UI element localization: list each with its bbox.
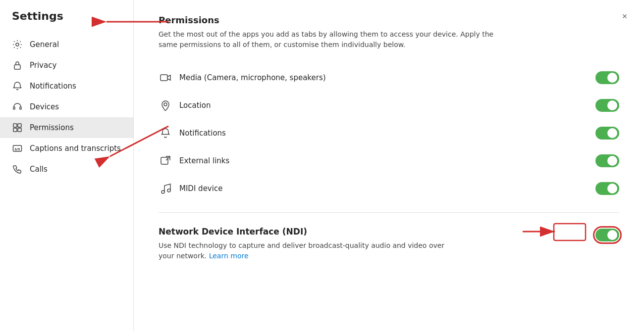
sidebar-item-label: Devices	[30, 102, 59, 111]
ndi-description: Use NDI technology to capture and delive…	[159, 240, 456, 261]
sidebar-item-general[interactable]: General	[0, 34, 133, 55]
toggle-media[interactable]	[595, 71, 619, 84]
svg-rect-3	[20, 107, 21, 109]
sidebar-item-privacy[interactable]: Privacy	[0, 55, 133, 76]
sidebar-item-label: General	[30, 40, 59, 49]
permission-row-location: Location	[159, 92, 619, 119]
toggle-notifications[interactable]	[595, 127, 619, 140]
permission-label-notifications: Notifications	[179, 129, 595, 138]
settings-title: Settings	[0, 10, 133, 34]
svg-point-10	[164, 103, 167, 106]
sidebar-item-label: Notifications	[30, 82, 76, 91]
svg-point-12	[161, 190, 164, 193]
sidebar-item-notifications[interactable]: Notifications	[0, 76, 133, 96]
external-icon	[159, 154, 172, 168]
svg-rect-2	[13, 107, 15, 109]
sidebar-item-permissions[interactable]: Permissions	[0, 117, 133, 138]
sidebar-item-label: Captions and transcripts	[30, 144, 121, 153]
headset-icon	[12, 101, 23, 112]
toggle-midi[interactable]	[595, 182, 619, 195]
sidebar-item-calls[interactable]: Calls	[0, 159, 133, 180]
svg-point-0	[16, 43, 19, 46]
gear-icon	[12, 39, 23, 50]
ndi-title: Network Device Interface (NDI)	[159, 227, 586, 236]
svg-rect-1	[14, 65, 20, 69]
permission-row-external: External links	[159, 147, 619, 175]
permission-label-media: Media (Camera, microphone, speakers)	[179, 73, 595, 82]
close-button[interactable]: ×	[617, 9, 632, 24]
sidebar-item-label: Privacy	[30, 61, 56, 70]
bell-perm-icon	[159, 126, 172, 140]
permission-label-location: Location	[179, 101, 595, 110]
ndi-learn-more-link[interactable]: Learn more	[209, 252, 249, 260]
grid-icon	[12, 122, 23, 133]
settings-dialog: × Settings General Privacy	[0, 0, 644, 331]
permission-label-midi: MIDI device	[179, 184, 595, 193]
sidebar-item-devices[interactable]: Devices	[0, 96, 133, 117]
cc-icon	[12, 143, 23, 154]
ndi-text-block: Network Device Interface (NDI) Use NDI t…	[159, 227, 586, 261]
svg-rect-7	[18, 128, 21, 132]
camera-icon	[159, 71, 172, 85]
toggle-external[interactable]	[595, 154, 619, 167]
toggle-location[interactable]	[595, 99, 619, 112]
sidebar-item-captions[interactable]: Captions and transcripts	[0, 138, 133, 159]
lock-icon	[12, 60, 23, 71]
sidebar-item-label: Calls	[30, 165, 48, 174]
phone-icon	[12, 164, 23, 175]
section-title: Permissions	[159, 15, 619, 25]
section-divider	[159, 212, 619, 213]
svg-rect-4	[13, 124, 17, 127]
svg-rect-5	[18, 124, 21, 127]
toggle-ndi[interactable]	[595, 229, 619, 241]
section-description: Get the most out of the apps you add as …	[159, 29, 495, 50]
sidebar: Settings General Privacy	[0, 0, 134, 331]
ndi-toggle-wrapper	[595, 227, 619, 241]
svg-rect-9	[161, 75, 167, 81]
permission-row-notifications: Notifications	[159, 119, 619, 147]
location-icon	[159, 98, 172, 112]
ndi-section: Network Device Interface (NDI) Use NDI t…	[159, 227, 619, 261]
svg-rect-6	[13, 128, 17, 132]
main-content: Permissions Get the most out of the apps…	[134, 0, 644, 331]
bell-icon	[12, 81, 23, 92]
music-icon	[159, 182, 172, 195]
permission-label-external: External links	[179, 156, 595, 165]
svg-rect-11	[161, 157, 168, 164]
permission-row-midi: MIDI device	[159, 175, 619, 202]
permission-row-media: Media (Camera, microphone, speakers)	[159, 64, 619, 92]
sidebar-item-label: Permissions	[30, 123, 74, 132]
svg-point-13	[167, 189, 170, 192]
